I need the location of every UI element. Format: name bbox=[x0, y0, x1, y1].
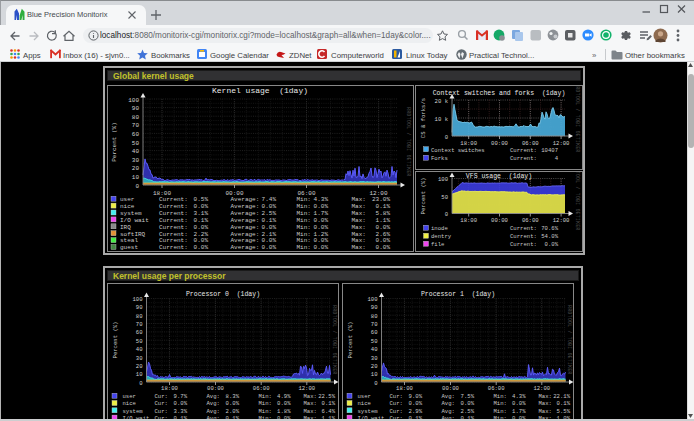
svg-text:12:00: 12:00 bbox=[553, 217, 570, 224]
svg-text:Current:: Current: bbox=[510, 155, 537, 162]
svg-text:70: 70 bbox=[370, 321, 377, 328]
svg-text:Percent (%): Percent (%) bbox=[112, 322, 119, 359]
svg-text:06:00: 06:00 bbox=[487, 385, 504, 392]
svg-text:dentry: dentry bbox=[431, 233, 452, 240]
svg-text:12:00: 12:00 bbox=[553, 140, 570, 147]
svg-text:Max:: Max: bbox=[538, 400, 551, 407]
svg-text:20: 20 bbox=[135, 363, 142, 370]
svg-text:00:00: 00:00 bbox=[207, 385, 224, 392]
svg-text:RRDTOOL / TOBI OETIKER: RRDTOOL / TOBI OETIKER bbox=[567, 305, 572, 374]
svg-text:5.5%: 5.5% bbox=[556, 408, 570, 415]
svg-text:Max:: Max: bbox=[352, 244, 366, 250]
svg-text:12:00: 12:00 bbox=[533, 385, 550, 392]
svg-text:Min:: Min: bbox=[493, 400, 506, 407]
svg-text:10: 10 bbox=[370, 371, 377, 378]
svg-text:1.7%: 1.7% bbox=[512, 408, 526, 415]
svg-text:4.9%: 4.9% bbox=[277, 393, 291, 400]
svg-text:Min:: Min: bbox=[258, 400, 271, 407]
svg-text:100: 100 bbox=[367, 296, 378, 303]
svg-text:30: 30 bbox=[370, 355, 377, 362]
svg-text:Cur:: Cur: bbox=[154, 408, 167, 415]
svg-text:8.3%: 8.3% bbox=[225, 393, 239, 400]
svg-text:file: file bbox=[431, 241, 444, 248]
svg-text:Percent (%): Percent (%) bbox=[111, 122, 118, 162]
svg-text:Current:: Current: bbox=[510, 241, 537, 248]
svg-text:0.0%: 0.0% bbox=[512, 400, 526, 407]
svg-text:06:00: 06:00 bbox=[522, 140, 539, 147]
svg-text:CS & forks/s: CS & forks/s bbox=[420, 98, 427, 138]
svg-text:Current:: Current: bbox=[510, 225, 537, 232]
svg-text:12:00: 12:00 bbox=[298, 385, 315, 392]
svg-text:90: 90 bbox=[370, 304, 377, 311]
svg-text:0.0%: 0.0% bbox=[262, 244, 277, 250]
svg-text:54.0%: 54.0% bbox=[541, 233, 558, 240]
svg-text:100: 100 bbox=[132, 296, 143, 303]
svg-text:Context switches: Context switches bbox=[431, 147, 485, 154]
svg-text:9.0%: 9.0% bbox=[408, 393, 422, 400]
svg-text:0.0%: 0.0% bbox=[314, 244, 329, 250]
svg-text:Min:: Min: bbox=[297, 244, 311, 250]
svg-text:70.6%: 70.6% bbox=[541, 225, 558, 232]
svg-text:00:00: 00:00 bbox=[442, 385, 459, 392]
svg-text:22.1%: 22.1% bbox=[553, 393, 570, 400]
svg-text:50: 50 bbox=[370, 338, 377, 345]
svg-text:20: 20 bbox=[132, 165, 140, 172]
svg-text:0.0%: 0.0% bbox=[545, 241, 559, 248]
svg-text:18:00: 18:00 bbox=[161, 385, 178, 392]
svg-text:RRDTOOL / TOBI OETIKER: RRDTOOL / TOBI OETIKER bbox=[575, 172, 580, 231]
svg-text:40: 40 bbox=[370, 346, 377, 353]
svg-text:4.3%: 4.3% bbox=[512, 393, 526, 400]
svg-text:guest: guest bbox=[120, 244, 138, 250]
svg-text:Max:: Max: bbox=[303, 400, 316, 407]
svg-text:RRDTOOL / TOBI OETIKER: RRDTOOL / TOBI OETIKER bbox=[575, 86, 580, 153]
svg-text:Processor 1 (1day): Processor 1 (1day) bbox=[420, 291, 494, 298]
svg-text:18:00: 18:00 bbox=[460, 217, 477, 224]
svg-text:0.1%: 0.1% bbox=[556, 400, 570, 407]
svg-text:0.0%: 0.0% bbox=[460, 400, 474, 407]
svg-text:18:00: 18:00 bbox=[396, 385, 413, 392]
svg-text:Min:: Min: bbox=[493, 408, 506, 415]
svg-text:RRDTOOL / TOBI OETIKER: RRDTOOL / TOBI OETIKER bbox=[406, 107, 411, 176]
svg-text:Percent (%): Percent (%) bbox=[347, 322, 354, 359]
svg-text:Kernel usage (1day): Kernel usage (1day) bbox=[212, 86, 308, 95]
svg-text:9.7%: 9.7% bbox=[173, 393, 187, 400]
svg-text:30: 30 bbox=[132, 157, 140, 164]
svg-text:60: 60 bbox=[370, 329, 377, 336]
svg-text:1.8%: 1.8% bbox=[277, 408, 291, 415]
svg-text:Min:: Min: bbox=[493, 393, 506, 400]
svg-text:Avg:: Avg: bbox=[441, 400, 454, 407]
svg-text:50: 50 bbox=[135, 338, 142, 345]
svg-text:Percent (%): Percent (%) bbox=[420, 178, 427, 215]
svg-text:60: 60 bbox=[132, 131, 140, 138]
svg-text:Min:: Min: bbox=[258, 393, 271, 400]
svg-text:100: 100 bbox=[438, 176, 449, 183]
svg-text:30: 30 bbox=[135, 355, 142, 362]
svg-text:Context switches and forks (1: Context switches and forks (1day) bbox=[433, 90, 566, 97]
svg-text:Current:: Current: bbox=[510, 147, 537, 154]
svg-text:40: 40 bbox=[135, 346, 142, 353]
svg-text:10: 10 bbox=[132, 174, 140, 181]
svg-text:user: user bbox=[357, 393, 370, 400]
svg-text:06:00: 06:00 bbox=[522, 217, 539, 224]
svg-text:3.3%: 3.3% bbox=[173, 408, 187, 415]
svg-text:22.5%: 22.5% bbox=[318, 393, 335, 400]
svg-text:18:00: 18:00 bbox=[460, 140, 477, 147]
svg-text:Max:: Max: bbox=[303, 393, 316, 400]
svg-text:Forks: Forks bbox=[431, 155, 448, 162]
svg-text:Avg:: Avg: bbox=[441, 393, 454, 400]
svg-text:Current:: Current: bbox=[159, 244, 188, 250]
svg-text:Max:: Max: bbox=[538, 408, 551, 415]
svg-text:60: 60 bbox=[135, 329, 142, 336]
svg-text:70: 70 bbox=[132, 122, 140, 129]
svg-text:Average:: Average: bbox=[231, 244, 260, 250]
svg-text:inode: inode bbox=[431, 225, 448, 232]
svg-text:20 k: 20 k bbox=[435, 98, 449, 105]
svg-text:0.1%: 0.1% bbox=[321, 400, 335, 407]
svg-text:Avg:: Avg: bbox=[441, 408, 454, 415]
svg-text:90: 90 bbox=[132, 105, 140, 112]
svg-text:user: user bbox=[122, 393, 135, 400]
svg-text:Max:: Max: bbox=[303, 408, 316, 415]
svg-text:Max:: Max: bbox=[538, 393, 551, 400]
svg-text:80: 80 bbox=[132, 114, 140, 121]
svg-text:0.0%: 0.0% bbox=[225, 400, 239, 407]
